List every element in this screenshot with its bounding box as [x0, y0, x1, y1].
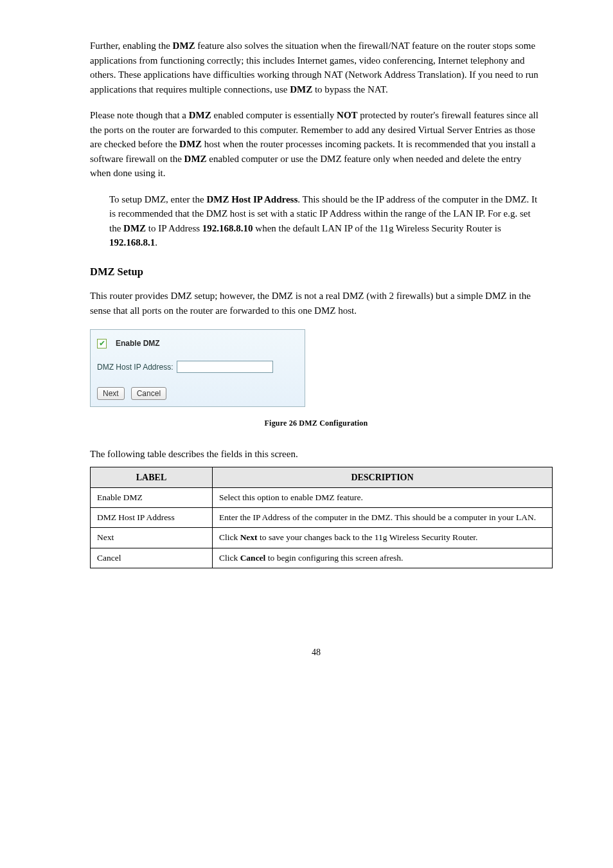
cell-desc: Click Next to save your changes back to … — [213, 528, 553, 548]
cell-label: Enable DMZ — [91, 487, 213, 507]
dmz-config-panel: Enable DMZ DMZ Host IP Address: Next Can… — [90, 329, 305, 407]
header-label: LABEL — [91, 467, 213, 487]
figure-dmz-panel: Enable DMZ DMZ Host IP Address: Next Can… — [90, 329, 542, 407]
cell-desc: Click Cancel to begin configuring this s… — [213, 548, 553, 568]
paragraph-dmz-intro: Further, enabling the DMZ feature also s… — [90, 39, 542, 96]
table-header-row: LABEL DESCRIPTION — [91, 467, 553, 487]
fields-table: LABEL DESCRIPTION Enable DMZ Select this… — [90, 467, 553, 568]
table-row: Cancel Click Cancel to begin configuring… — [91, 548, 553, 568]
dmz-host-ip-input[interactable] — [177, 361, 273, 373]
cell-label: DMZ Host IP Address — [91, 508, 213, 528]
cell-label: Next — [91, 528, 213, 548]
enable-dmz-checkbox[interactable] — [97, 339, 107, 348]
cell-desc: Select this option to enable DMZ feature… — [213, 487, 553, 507]
table-intro: The following table describes the fields… — [90, 447, 542, 462]
table-row: Next Click Next to save your changes bac… — [91, 528, 553, 548]
paragraph-dmz-warning: Please note though that a DMZ enabled co… — [90, 108, 542, 181]
heading-dmz-setup: DMZ Setup — [90, 264, 542, 280]
figure-caption: Figure 26 DMZ Configuration — [90, 417, 542, 429]
next-button[interactable]: Next — [97, 387, 125, 400]
cancel-button[interactable]: Cancel — [131, 387, 166, 400]
cell-desc: Enter the IP Address of the computer in … — [213, 508, 553, 528]
enable-dmz-label: Enable DMZ — [116, 338, 160, 349]
cell-label: Cancel — [91, 548, 213, 568]
header-description: DESCRIPTION — [213, 467, 553, 487]
paragraph-dmz-description: This router provides DMZ setup; however,… — [90, 289, 542, 318]
table-row: DMZ Host IP Address Enter the IP Address… — [91, 508, 553, 528]
paragraph-dmz-setup-hint: To setup DMZ, enter the DMZ Host IP Addr… — [109, 192, 542, 250]
dmz-host-ip-label: DMZ Host IP Address: — [97, 361, 173, 373]
page-number: 48 — [90, 646, 542, 659]
table-row: Enable DMZ Select this option to enable … — [91, 487, 553, 507]
